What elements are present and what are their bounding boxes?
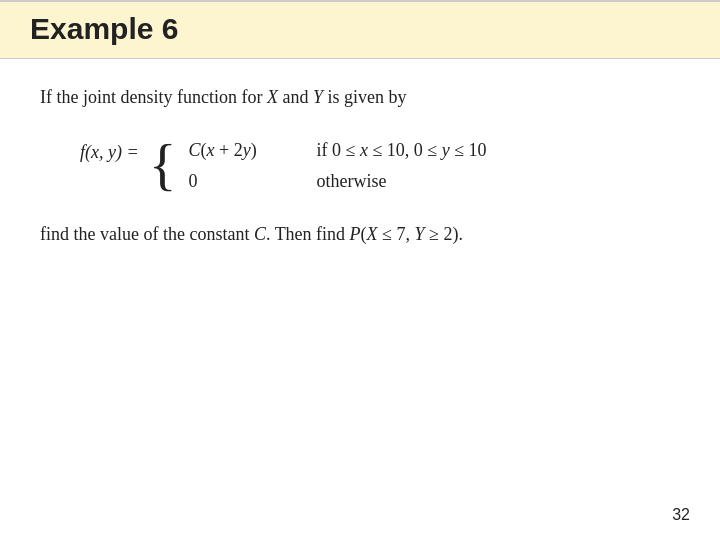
case-row-2: 0 otherwise	[189, 171, 487, 192]
case1-expr: C(x + 2y)	[189, 140, 289, 161]
var-x: X	[267, 87, 278, 107]
left-brace: {	[149, 136, 177, 194]
case2-condition: otherwise	[317, 171, 387, 192]
footer-text: find the value of the constant C. Then f…	[40, 224, 680, 245]
case1-condition: if 0 ≤ x ≤ 10, 0 ≤ y ≤ 10	[317, 140, 487, 161]
slide: Example 6 If the joint density function …	[0, 0, 720, 540]
case-row-1: C(x + 2y) if 0 ≤ x ≤ 10, 0 ≤ y ≤ 10	[189, 140, 487, 161]
slide-title: Example 6	[30, 12, 178, 45]
piecewise-cases: C(x + 2y) if 0 ≤ x ≤ 10, 0 ≤ y ≤ 10 0 ot…	[189, 136, 487, 192]
title-bar: Example 6	[0, 0, 720, 59]
intro-text: If the joint density function for X and …	[40, 87, 680, 108]
formula-block: f(x, y) = { C(x + 2y) if 0 ≤ x ≤ 10, 0 ≤…	[80, 136, 680, 194]
var-y: Y	[313, 87, 323, 107]
case2-expr: 0	[189, 171, 289, 192]
page-number: 32	[672, 506, 690, 524]
function-label: f(x, y) =	[80, 136, 139, 163]
content-area: If the joint density function for X and …	[0, 87, 720, 245]
